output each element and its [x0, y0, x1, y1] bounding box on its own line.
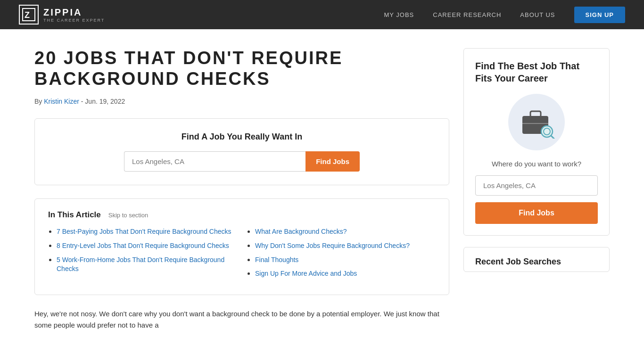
page-title: 20 JOBS THAT DON'T REQUIRE BACKGROUND CH…	[34, 48, 449, 89]
logo-text: ZIPPIA THE CAREER EXPERT	[43, 7, 105, 23]
skip-to-section[interactable]: Skip to section	[108, 212, 149, 219]
sidebar-find-jobs-button[interactable]: Find Jobs	[475, 202, 598, 224]
list-item: 8 Entry-Level Jobs That Don't Require Ba…	[57, 241, 237, 251]
svg-line-6	[551, 136, 554, 139]
logo-name: ZIPPIA	[43, 7, 105, 18]
author-date: - Jun. 19, 2022	[81, 98, 125, 105]
sidebar-where-label: Where do you want to work?	[475, 160, 598, 168]
article-links-col-2: What Are Background Checks? Why Don't So…	[247, 227, 436, 283]
logo-tagline: THE CAREER EXPERT	[43, 18, 105, 23]
article-link-sign-up[interactable]: Sign Up For More Advice and Jobs	[255, 270, 357, 277]
body-text: Hey, we're not nosy. We don't care why y…	[34, 308, 449, 331]
article-link-best-paying[interactable]: 7 Best-Paying Jobs That Don't Require Ba…	[57, 228, 231, 235]
article-link-work-from-home[interactable]: 5 Work-From-Home Jobs That Don't Require…	[57, 256, 224, 273]
list-item: Why Don't Some Jobs Require Background C…	[255, 241, 436, 251]
recent-job-searches-card: Recent Job Searches	[463, 247, 610, 272]
article-links-grid: 7 Best-Paying Jobs That Don't Require Ba…	[48, 227, 436, 283]
briefcase-icon	[518, 106, 555, 139]
nav-about-us[interactable]: ABOUT US	[520, 11, 555, 18]
recent-searches-title: Recent Job Searches	[464, 247, 609, 272]
in-article-box: In This Article Skip to section 7 Best-P…	[34, 198, 449, 295]
briefcase-illustration	[475, 94, 598, 150]
article-link-why-dont[interactable]: Why Don't Some Jobs Require Background C…	[255, 242, 410, 249]
article-link-what-are[interactable]: What Are Background Checks?	[255, 228, 347, 235]
list-item: 5 Work-From-Home Jobs That Don't Require…	[57, 255, 237, 274]
author-link[interactable]: Kristin Kizer	[44, 98, 79, 105]
search-row: Find Jobs	[124, 151, 360, 172]
list-item: What Are Background Checks?	[255, 227, 436, 237]
main-container: 20 JOBS THAT DON'T REQUIRE BACKGROUND CH…	[16, 29, 628, 340]
article-links-col-1: 7 Best-Paying Jobs That Don't Require Ba…	[48, 227, 237, 283]
author-prefix: By	[34, 98, 42, 105]
job-search-box: Find A Job You Really Want In Find Jobs	[34, 118, 449, 185]
list-item: 7 Best-Paying Jobs That Don't Require Ba…	[57, 227, 237, 237]
job-search-title: Find A Job You Really Want In	[49, 132, 435, 142]
article-link-entry-level[interactable]: 8 Entry-Level Jobs That Don't Require Ba…	[57, 242, 229, 249]
svg-text:Z: Z	[25, 10, 30, 20]
main-nav: MY JOBS CAREER RESEARCH ABOUT US SIGN UP	[384, 7, 625, 23]
list-item: Final Thoughts	[255, 255, 436, 265]
sidebar: Find The Best Job That Fits Your Career	[463, 48, 610, 331]
content-area: 20 JOBS THAT DON'T REQUIRE BACKGROUND CH…	[34, 48, 449, 331]
logo[interactable]: Z ZIPPIA THE CAREER EXPERT	[19, 5, 105, 25]
sidebar-location-input[interactable]	[475, 175, 598, 196]
author-line: By Kristin Kizer - Jun. 19, 2022	[34, 98, 449, 105]
logo-icon: Z	[19, 5, 39, 25]
sidebar-find-job-card: Find The Best Job That Fits Your Career	[463, 48, 610, 236]
find-jobs-button[interactable]: Find Jobs	[305, 151, 360, 172]
in-article-header: In This Article Skip to section	[48, 210, 436, 220]
in-article-title: In This Article	[48, 210, 101, 220]
nav-career-research[interactable]: CAREER RESEARCH	[433, 11, 501, 18]
location-search-input[interactable]	[124, 151, 305, 172]
list-item: Sign Up For More Advice and Jobs	[255, 269, 436, 279]
signup-button[interactable]: SIGN UP	[574, 7, 625, 23]
nav-my-jobs[interactable]: MY JOBS	[384, 11, 414, 18]
sidebar-card-title: Find The Best Job That Fits Your Career	[475, 60, 598, 84]
article-link-final-thoughts[interactable]: Final Thoughts	[255, 256, 298, 263]
